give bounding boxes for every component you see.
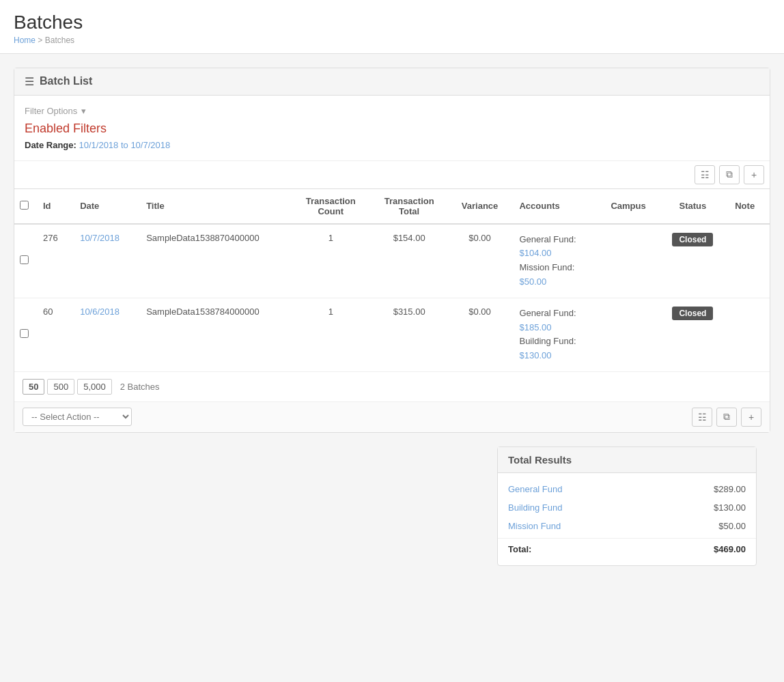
- top-toolbar: ☷ ⧉ +: [14, 160, 770, 188]
- panel-heading: ☰ Batch List: [14, 68, 770, 96]
- page-title: Batches: [14, 11, 770, 34]
- select-action-container: -- Select Action --: [23, 408, 132, 426]
- account-amount-link[interactable]: $185.00: [519, 321, 589, 335]
- table-row: 6010/6/2018SampleData15387840000001$315.…: [14, 298, 770, 371]
- col-title: Title: [138, 188, 292, 224]
- page-size-50[interactable]: 50: [23, 379, 44, 395]
- bottom-grid-icon: ☷: [698, 412, 707, 423]
- filter-options-label: Filter Options: [25, 106, 77, 116]
- row-title: SampleData1538870400000: [138, 224, 292, 298]
- row-transaction-total: $315.00: [370, 298, 449, 371]
- table-row: 27610/7/2018SampleData15388704000001$154…: [14, 224, 770, 298]
- account-amount-link[interactable]: $130.00: [519, 349, 589, 363]
- account-amount-link[interactable]: $50.00: [519, 275, 589, 289]
- select-all-checkbox[interactable]: [20, 201, 29, 210]
- copy-button[interactable]: ⧉: [719, 165, 740, 184]
- row-title: SampleData1538784000000: [138, 298, 292, 371]
- breadcrumb-current: Batches: [45, 35, 74, 45]
- account-name: Building Fund:: [519, 335, 589, 349]
- col-transaction-count: TransactionCount: [292, 188, 370, 224]
- batch-list-panel: ☰ Batch List Filter Options Enabled Filt…: [14, 68, 770, 433]
- row-date-link[interactable]: 10/6/2018: [80, 307, 120, 317]
- col-status: Status: [659, 188, 727, 224]
- grand-total-label: Total:: [508, 544, 531, 554]
- row-checkbox-cell: [14, 298, 35, 371]
- row-id: 60: [35, 298, 72, 371]
- fund-amount: $50.00: [718, 521, 746, 531]
- results-area: Total Results General Fund$289.00Buildin…: [14, 446, 770, 566]
- select-action-dropdown[interactable]: -- Select Action --: [23, 408, 132, 426]
- total-results-panel: Total Results General Fund$289.00Buildin…: [497, 446, 757, 566]
- row-variance: $0.00: [449, 298, 512, 371]
- fund-name: Mission Fund: [508, 521, 561, 531]
- batch-count: 2 Batches: [120, 382, 160, 392]
- date-range-value[interactable]: 10/1/2018 to 10/7/2018: [79, 140, 170, 150]
- total-fund-row: Mission Fund$50.00: [498, 517, 756, 535]
- total-results-title: Total Results: [498, 447, 756, 473]
- row-checkbox[interactable]: [20, 255, 29, 264]
- account-name: General Fund:: [519, 307, 589, 321]
- fund-amount: $289.00: [714, 484, 746, 494]
- date-range-label: Date Range:: [25, 140, 76, 150]
- bottom-copy-button[interactable]: ⧉: [716, 408, 737, 427]
- col-date: Date: [72, 188, 138, 224]
- fund-amount: $130.00: [714, 502, 746, 513]
- breadcrumb-home[interactable]: Home: [14, 35, 36, 45]
- breadcrumb: Home > Batches: [14, 35, 770, 45]
- list-icon: ☰: [25, 75, 34, 88]
- copy-icon: ⧉: [726, 169, 733, 180]
- row-checkbox[interactable]: [20, 329, 29, 338]
- filter-date-range: Date Range: 10/1/2018 to 10/7/2018: [25, 140, 759, 150]
- col-accounts: Accounts: [511, 188, 598, 224]
- filter-options-toggle[interactable]: Filter Options: [25, 106, 759, 116]
- row-date-link[interactable]: 10/7/2018: [80, 233, 120, 243]
- page-size-500[interactable]: 500: [47, 379, 74, 395]
- col-variance: Variance: [449, 188, 512, 224]
- panel-body: Filter Options Enabled Filters Date Rang…: [14, 96, 770, 160]
- row-note: [727, 224, 770, 298]
- row-campus: [598, 224, 658, 298]
- row-date: 10/6/2018: [72, 298, 138, 371]
- bottom-grid-button[interactable]: ☷: [692, 408, 712, 427]
- status-badge: Closed: [672, 233, 713, 246]
- bottom-copy-icon: ⧉: [723, 411, 730, 423]
- bottom-toolbar: -- Select Action -- ☷ ⧉ +: [14, 401, 770, 432]
- bottom-add-button[interactable]: +: [741, 408, 761, 427]
- bottom-icons: ☷ ⧉ +: [692, 408, 761, 427]
- account-name: Mission Fund:: [519, 261, 589, 275]
- chevron-down-icon: [81, 106, 86, 116]
- account-amount-link[interactable]: $104.00: [519, 246, 589, 261]
- row-accounts: General Fund:$185.00Building Fund:$130.0…: [511, 298, 598, 371]
- status-badge: Closed: [672, 307, 713, 320]
- pagination-row: 50 500 5,000 2 Batches: [14, 371, 770, 401]
- row-status: Closed: [659, 224, 727, 298]
- row-campus: [598, 298, 658, 371]
- total-results-body: General Fund$289.00Building Fund$130.00M…: [498, 473, 756, 565]
- fund-name: General Fund: [508, 484, 563, 494]
- select-all-header: [14, 188, 35, 224]
- grid-icon: ☷: [701, 169, 710, 180]
- enabled-filters-title: Enabled Filters: [25, 122, 759, 136]
- add-button[interactable]: +: [744, 165, 764, 184]
- row-transaction-count: 1: [292, 298, 370, 371]
- col-campus: Campus: [598, 188, 658, 224]
- row-accounts: General Fund:$104.00Mission Fund:$50.00: [511, 224, 598, 298]
- row-transaction-total: $154.00: [370, 224, 449, 298]
- total-fund-row: Building Fund$130.00: [498, 498, 756, 517]
- plus-icon: +: [751, 169, 757, 180]
- total-fund-row: General Fund$289.00: [498, 480, 756, 498]
- page-size-5000[interactable]: 5,000: [77, 379, 112, 395]
- row-date: 10/7/2018: [72, 224, 138, 298]
- row-checkbox-cell: [14, 224, 35, 298]
- row-id: 276: [35, 224, 72, 298]
- fund-name: Building Fund: [508, 502, 563, 513]
- col-transaction-total: TransactionTotal: [370, 188, 449, 224]
- grid-view-button[interactable]: ☷: [695, 165, 715, 184]
- row-transaction-count: 1: [292, 224, 370, 298]
- row-note: [727, 298, 770, 371]
- grand-total-amount: $469.00: [714, 544, 746, 554]
- panel-title: Batch List: [40, 75, 92, 87]
- grand-total-row: Total:$469.00: [498, 538, 756, 558]
- bottom-plus-icon: +: [748, 412, 754, 423]
- account-name: General Fund:: [519, 233, 589, 247]
